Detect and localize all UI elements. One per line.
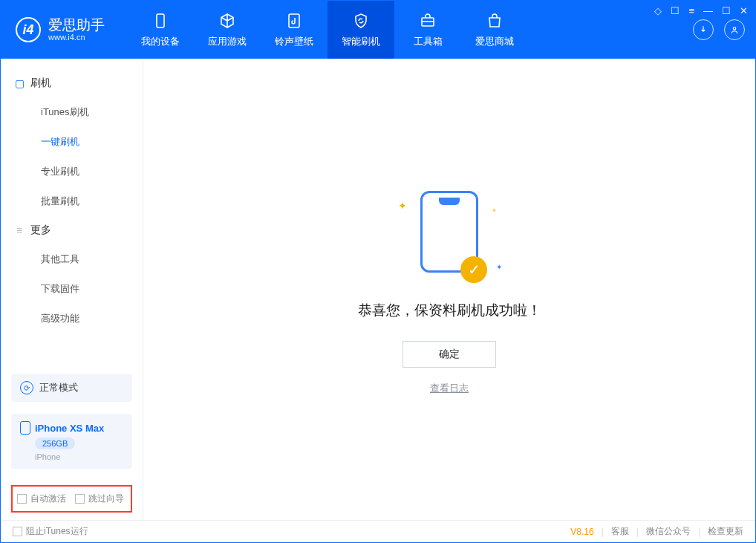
bag-icon bbox=[485, 11, 504, 30]
minimize-button[interactable]: — bbox=[703, 5, 713, 16]
checkbox-label: 自动激活 bbox=[30, 492, 66, 505]
sidebar-item-pro[interactable]: 专业刷机 bbox=[1, 157, 143, 186]
tab-toolbox[interactable]: 工具箱 bbox=[394, 1, 461, 59]
tab-label: 铃声壁纸 bbox=[275, 35, 313, 48]
toolbox-icon bbox=[418, 11, 437, 30]
success-block: ✦ • ✓ ✦ 恭喜您，保资料刷机成功啦！ 确定 查看日志 bbox=[358, 183, 541, 395]
footer: 阻止iTunes运行 V8.16 | 客服 | 微信公众号 | 检查更新 bbox=[1, 520, 755, 542]
sidebar-item-advanced[interactable]: 高级功能 bbox=[1, 304, 143, 334]
user-button[interactable] bbox=[724, 19, 745, 40]
sidebar-item-other[interactable]: 其他工具 bbox=[1, 244, 143, 274]
sidebar-section-flash: ▢ 刷机 bbox=[1, 69, 143, 97]
device-name: iPhone XS Max bbox=[35, 423, 104, 434]
footer-link-service[interactable]: 客服 bbox=[611, 525, 629, 538]
ok-button[interactable]: 确定 bbox=[403, 341, 496, 368]
tab-label: 工具箱 bbox=[414, 35, 443, 48]
logo-icon: i4 bbox=[16, 17, 41, 42]
success-message: 恭喜您，保资料刷机成功啦！ bbox=[358, 301, 541, 320]
checkbox-icon bbox=[75, 494, 85, 504]
device-storage: 256GB bbox=[35, 438, 75, 449]
checkbox-icon bbox=[13, 527, 22, 536]
menu-icon[interactable]: ≡ bbox=[688, 5, 694, 16]
window-controls: ◇ ☐ ≡ — ☐ ✕ bbox=[654, 5, 748, 16]
sparkle-icon: • bbox=[492, 204, 496, 216]
maximize-button[interactable]: ☐ bbox=[722, 5, 731, 16]
sidebar-section-more: ≡ 更多 bbox=[1, 216, 143, 244]
music-file-icon bbox=[284, 11, 304, 30]
phone-small-icon: ▢ bbox=[14, 78, 25, 88]
view-log-link[interactable]: 查看日志 bbox=[430, 383, 469, 394]
top-tabs: 我的设备 应用游戏 铃声壁纸 智能刷机 工具箱 爱思商城 bbox=[127, 1, 528, 59]
device-card[interactable]: iPhone XS Max 256GB iPhone bbox=[11, 414, 132, 469]
sidebar-item-itunes[interactable]: iTunes刷机 bbox=[1, 97, 143, 127]
sidebar-item-batch[interactable]: 批量刷机 bbox=[1, 186, 143, 216]
section-label: 更多 bbox=[30, 224, 51, 237]
mode-label: 正常模式 bbox=[39, 381, 78, 394]
list-icon: ≡ bbox=[14, 225, 25, 235]
logo: i4 爱思助手 www.i4.cn bbox=[16, 17, 105, 42]
checkbox-auto-activate[interactable]: 自动激活 bbox=[17, 492, 66, 505]
mode-card[interactable]: ⟳ 正常模式 bbox=[11, 374, 132, 402]
tab-label: 智能刷机 bbox=[342, 35, 380, 48]
success-illustration: ✦ • ✓ ✦ bbox=[386, 183, 512, 287]
app-header: ◇ ☐ ≡ — ☐ ✕ i4 爱思助手 www.i4.cn 我的设备 应用游戏 … bbox=[1, 1, 755, 59]
tab-label: 应用游戏 bbox=[208, 35, 247, 48]
refresh-shield-icon bbox=[351, 11, 371, 30]
svg-point-3 bbox=[733, 27, 736, 30]
checkbox-icon bbox=[17, 494, 27, 504]
svg-rect-0 bbox=[157, 14, 164, 27]
feedback-icon[interactable]: ☐ bbox=[671, 5, 680, 16]
footer-link-wechat[interactable]: 微信公众号 bbox=[646, 525, 691, 538]
skin-icon[interactable]: ◇ bbox=[654, 5, 662, 16]
footer-link-update[interactable]: 检查更新 bbox=[708, 525, 743, 538]
tab-flash[interactable]: 智能刷机 bbox=[328, 1, 394, 59]
sidebar-item-oneclick[interactable]: 一键刷机 bbox=[1, 127, 143, 157]
svg-rect-1 bbox=[289, 14, 299, 27]
tab-apps[interactable]: 应用游戏 bbox=[194, 1, 261, 59]
checkbox-block-itunes[interactable]: 阻止iTunes运行 bbox=[13, 525, 88, 538]
version-label: V8.16 bbox=[570, 527, 593, 537]
checkbox-label: 阻止iTunes运行 bbox=[26, 525, 88, 538]
mode-icon: ⟳ bbox=[20, 381, 33, 394]
main-content: ✦ • ✓ ✦ 恭喜您，保资料刷机成功啦！ 确定 查看日志 bbox=[143, 59, 755, 520]
header-right bbox=[693, 19, 745, 40]
tab-label: 我的设备 bbox=[141, 35, 180, 48]
device-type: iPhone bbox=[35, 452, 123, 461]
download-button[interactable] bbox=[693, 19, 714, 40]
options-row: 自动激活 跳过向导 bbox=[11, 485, 132, 513]
sparkle-icon: ✦ bbox=[398, 200, 407, 212]
logo-title: 爱思助手 bbox=[48, 18, 105, 33]
section-label: 刷机 bbox=[30, 77, 51, 90]
phone-icon bbox=[151, 11, 170, 30]
logo-subtitle: www.i4.cn bbox=[48, 33, 105, 42]
tab-my-device[interactable]: 我的设备 bbox=[127, 1, 194, 59]
tab-ringtone[interactable]: 铃声壁纸 bbox=[261, 1, 328, 59]
tab-store[interactable]: 爱思商城 bbox=[461, 1, 528, 59]
sidebar-item-firmware[interactable]: 下载固件 bbox=[1, 274, 143, 304]
check-badge-icon: ✓ bbox=[460, 256, 487, 283]
device-phone-icon bbox=[20, 421, 30, 435]
sidebar: ▢ 刷机 iTunes刷机 一键刷机 专业刷机 批量刷机 ≡ 更多 其他工具 下… bbox=[1, 59, 143, 520]
app-body: ▢ 刷机 iTunes刷机 一键刷机 专业刷机 批量刷机 ≡ 更多 其他工具 下… bbox=[1, 59, 755, 520]
close-button[interactable]: ✕ bbox=[740, 5, 748, 16]
tab-label: 爱思商城 bbox=[475, 35, 514, 48]
cube-icon bbox=[218, 11, 237, 30]
checkbox-skip-guide[interactable]: 跳过向导 bbox=[75, 492, 124, 505]
checkbox-label: 跳过向导 bbox=[88, 492, 124, 505]
sparkle-icon: ✦ bbox=[496, 263, 502, 271]
